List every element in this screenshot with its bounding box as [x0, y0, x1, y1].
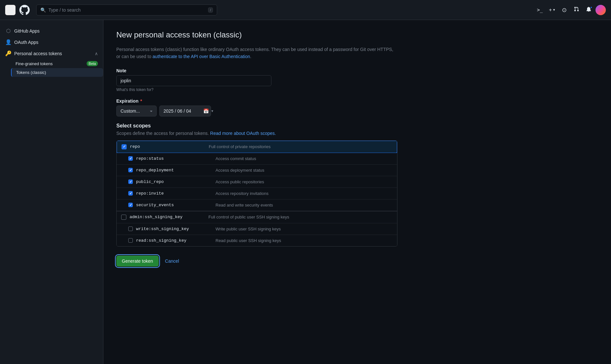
- sidebar-item-personal-tokens[interactable]: 🔑 Personal access tokens ∧: [0, 48, 103, 59]
- page-description: Personal access tokens (classic) functio…: [116, 46, 394, 60]
- public-repo-checkbox-wrapper: public_repo: [128, 179, 209, 184]
- sidebar-item-github-apps-label: GitHub Apps: [14, 28, 98, 34]
- slash-kbd: /: [208, 7, 213, 13]
- scope-row-repo-status: repo:status Access commit status: [117, 153, 397, 165]
- copilot-button[interactable]: ⊙: [559, 5, 570, 15]
- write-ssh-name: write:ssh_signing_key: [136, 227, 189, 231]
- sidebar-subitems: Fine-grained tokens Beta Tokens (classic…: [0, 59, 103, 77]
- write-ssh-desc: Write public user SSH signing keys: [216, 227, 281, 231]
- scopes-form-group: Select scopes Scopes define the access f…: [116, 123, 598, 247]
- search-placeholder: Type / to search: [48, 7, 205, 13]
- sidebar-item-oauth-apps[interactable]: 👤 OAuth Apps: [0, 36, 103, 48]
- scope-row-repo: repo Full control of private repositorie…: [116, 140, 397, 153]
- write-ssh-checkbox[interactable]: [128, 227, 133, 231]
- admin-ssh-checkbox[interactable]: [121, 215, 126, 220]
- repo-checkbox-wrapper: repo: [121, 144, 202, 149]
- expiration-form-group: Expiration * Custom... 7 days 30 days 60…: [116, 98, 598, 116]
- chevron-down-icon: ▾: [553, 8, 555, 12]
- repo-deployment-desc: Access deployment status: [216, 168, 264, 173]
- repo-invite-checkbox-wrapper: repo:invite: [128, 191, 209, 196]
- notification-dot: [590, 6, 593, 9]
- note-hint: What's this token for?: [116, 87, 598, 92]
- topnav: 🔍 Type / to search / >_ + ▾ ⊙: [0, 0, 611, 20]
- sidebar-item-github-apps[interactable]: ⬡ GitHub Apps: [0, 25, 103, 36]
- repo-checkbox[interactable]: [121, 144, 127, 149]
- key-icon: 🔑: [5, 50, 12, 56]
- repo-scope-name: repo: [130, 144, 140, 149]
- main-content: New personal access token (classic) Pers…: [103, 20, 611, 364]
- tokens-classic-label: Tokens (classic): [16, 70, 46, 75]
- repo-status-desc: Access commit status: [216, 156, 256, 161]
- scope-row-repo-deployment: repo_deployment Access deployment status: [117, 165, 397, 176]
- repo-invite-desc: Access repository invitations: [216, 191, 269, 196]
- scope-row-write-ssh: write:ssh_signing_key Write public user …: [117, 223, 397, 235]
- security-events-desc: Read and write security events: [216, 203, 273, 207]
- search-kbd-hint: /: [208, 7, 213, 13]
- repo-status-name: repo:status: [136, 156, 164, 161]
- plus-icon: +: [549, 7, 552, 13]
- pull-requests-button[interactable]: [571, 5, 582, 15]
- repo-deployment-checkbox[interactable]: [128, 168, 133, 172]
- scope-row-read-ssh: read:ssh_signing_key Read public user SS…: [117, 235, 397, 246]
- public-repo-name: public_repo: [136, 179, 164, 184]
- github-logo: [19, 5, 30, 15]
- note-input[interactable]: [116, 75, 271, 86]
- scope-row-admin-ssh: admin:ssh_signing_key Full control of pu…: [117, 211, 397, 223]
- repo-invite-name: repo:invite: [136, 191, 164, 196]
- chevron-up-icon: ∧: [95, 51, 98, 56]
- api-auth-link[interactable]: authenticate to the API over Basic Authe…: [153, 54, 250, 59]
- page-title: New personal access token (classic): [116, 30, 598, 39]
- sidebar-item-oauth-apps-label: OAuth Apps: [14, 40, 98, 45]
- topnav-icons: >_ + ▾ ⊙: [534, 5, 606, 15]
- generate-token-button[interactable]: Generate token: [116, 256, 159, 267]
- security-events-name: security_events: [136, 203, 174, 207]
- read-ssh-checkbox[interactable]: [128, 238, 133, 243]
- copilot-icon: ⊙: [562, 6, 567, 14]
- search-bar[interactable]: 🔍 Type / to search /: [36, 5, 217, 15]
- hamburger-menu-button[interactable]: [5, 5, 16, 15]
- page-layout: ⬡ GitHub Apps 👤 OAuth Apps 🔑 Personal ac…: [0, 20, 611, 364]
- cancel-button[interactable]: Cancel: [163, 257, 182, 266]
- calendar-icon: 📅: [203, 108, 209, 114]
- note-form-group: Note What's this token for?: [116, 68, 598, 92]
- repo-status-checkbox[interactable]: [128, 156, 133, 161]
- security-events-checkbox-wrapper: security_events: [128, 203, 209, 207]
- notifications-button[interactable]: [583, 5, 594, 15]
- terminal-icon: >_: [537, 7, 543, 13]
- avatar[interactable]: [595, 5, 606, 15]
- repo-deployment-name: repo_deployment: [136, 168, 174, 173]
- repo-status-checkbox-wrapper: repo:status: [128, 156, 209, 161]
- read-ssh-name: read:ssh_signing_key: [136, 238, 186, 243]
- search-icon: 🔍: [40, 7, 46, 13]
- repo-scope-desc: Full control of private repositories: [209, 144, 270, 149]
- expiration-row: Custom... 7 days 30 days 60 days 90 days…: [116, 106, 598, 116]
- action-row: Generate token Cancel: [116, 256, 598, 279]
- note-label: Note: [116, 68, 598, 73]
- sidebar-subitem-tokens-classic[interactable]: Tokens (classic): [11, 68, 103, 77]
- plus-button[interactable]: + ▾: [547, 5, 557, 15]
- scope-row-security-events: security_events Read and write security …: [117, 199, 397, 211]
- security-events-checkbox[interactable]: [128, 203, 133, 207]
- public-repo-checkbox[interactable]: [128, 179, 133, 184]
- scope-row-public-repo: public_repo Access public repositories: [117, 176, 397, 188]
- fine-grained-tokens-label: Fine-grained tokens: [16, 61, 53, 66]
- read-ssh-checkbox-wrapper: read:ssh_signing_key: [128, 238, 209, 243]
- github-apps-icon: ⬡: [5, 28, 12, 34]
- new-dropdown[interactable]: + ▾: [547, 5, 557, 15]
- admin-ssh-checkbox-wrapper: admin:ssh_signing_key: [121, 215, 202, 220]
- repo-invite-checkbox[interactable]: [128, 191, 133, 196]
- scopes-table: repo Full control of private repositorie…: [116, 140, 397, 247]
- sidebar: ⬡ GitHub Apps 👤 OAuth Apps 🔑 Personal ac…: [0, 20, 103, 364]
- admin-ssh-desc: Full control of public user SSH signing …: [208, 215, 289, 219]
- beta-badge: Beta: [87, 61, 98, 66]
- sidebar-subitem-fine-grained[interactable]: Fine-grained tokens Beta: [12, 59, 103, 68]
- terminal-button[interactable]: >_: [534, 5, 545, 15]
- oauth-scopes-link[interactable]: Read more about OAuth scopes.: [210, 131, 276, 136]
- read-ssh-desc: Read public user SSH signing keys: [216, 238, 281, 243]
- expiration-select[interactable]: Custom... 7 days 30 days 60 days 90 days…: [116, 106, 157, 116]
- required-indicator: *: [140, 98, 142, 104]
- oauth-apps-icon: 👤: [5, 39, 12, 45]
- chevron-down-date-icon: ▾: [211, 109, 213, 113]
- select-scopes-title: Select scopes: [116, 123, 598, 129]
- scope-row-repo-invite: repo:invite Access repository invitation…: [117, 188, 397, 199]
